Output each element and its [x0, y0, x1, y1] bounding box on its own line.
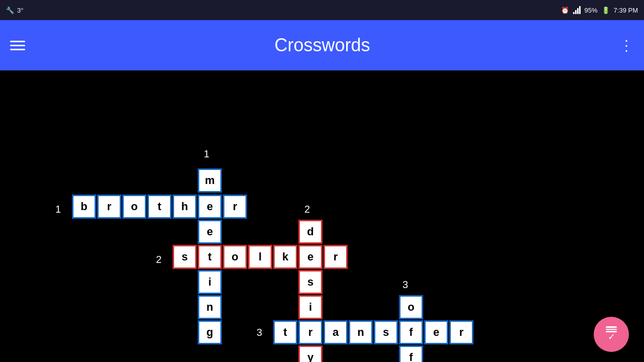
cell-t2[interactable]: t: [198, 245, 222, 269]
clue-number-3-left: 3: [257, 327, 262, 338]
cell-m[interactable]: m: [198, 168, 222, 193]
clue-number-1-top: 1: [204, 148, 209, 160]
status-left: 🔧 3°: [6, 7, 23, 14]
cell-r4[interactable]: r: [298, 320, 323, 344]
wrench-icon: 🔧: [6, 7, 14, 14]
cell-y[interactable]: y: [298, 345, 323, 362]
cell-g[interactable]: g: [198, 320, 222, 344]
app-bar: Crosswords ⋮: [0, 20, 644, 70]
cell-t3[interactable]: t: [273, 320, 297, 344]
cell-f1[interactable]: f: [399, 320, 423, 344]
cell-r5[interactable]: r: [449, 320, 473, 344]
status-bar: 🔧 3° ⏰ 95% 🔋 7:39 PM: [0, 0, 644, 20]
fab-icon: ✓: [606, 326, 617, 342]
clue-number-1-left: 1: [55, 204, 61, 215]
clue-number-2-left: 2: [156, 254, 162, 265]
cell-d[interactable]: d: [298, 220, 323, 244]
cell-n2[interactable]: n: [349, 320, 373, 344]
cell-i2[interactable]: i: [298, 295, 323, 319]
app-title: Crosswords: [274, 35, 370, 56]
signal-bars: [573, 6, 581, 14]
game-area: 1 2 1 2 3 3 4 m b r o t h e r e d s t o …: [0, 70, 644, 362]
cell-r3[interactable]: r: [324, 245, 348, 269]
cell-r2[interactable]: r: [223, 195, 247, 219]
cell-e3[interactable]: e: [298, 245, 323, 269]
cell-e2[interactable]: e: [198, 220, 222, 244]
temperature: 3°: [17, 7, 23, 14]
cell-k[interactable]: k: [273, 245, 297, 269]
hamburger-menu-button[interactable]: [10, 38, 25, 53]
cell-o1[interactable]: o: [122, 195, 146, 219]
cell-s[interactable]: s: [173, 245, 197, 269]
battery-percentage: 95%: [585, 7, 598, 14]
clue-number-2-top: 2: [304, 204, 310, 215]
cell-s3[interactable]: s: [374, 320, 398, 344]
alarm-icon: ⏰: [561, 7, 569, 14]
cell-l[interactable]: l: [248, 245, 272, 269]
cell-a[interactable]: a: [324, 320, 348, 344]
cell-h[interactable]: h: [173, 195, 197, 219]
cell-o2[interactable]: o: [223, 245, 247, 269]
check-answers-fab[interactable]: ✓: [594, 317, 629, 352]
cell-e4[interactable]: e: [424, 320, 448, 344]
status-right: ⏰ 95% 🔋 7:39 PM: [561, 6, 638, 14]
time: 7:39 PM: [614, 7, 638, 14]
cell-f2[interactable]: f: [399, 345, 423, 362]
cell-n[interactable]: n: [198, 295, 222, 319]
cell-i1[interactable]: i: [198, 270, 222, 294]
cell-o3[interactable]: o: [399, 295, 423, 319]
battery-icon: 🔋: [602, 7, 610, 14]
cell-e1[interactable]: e: [198, 195, 222, 219]
cell-s2[interactable]: s: [298, 270, 323, 294]
cell-r1[interactable]: r: [97, 195, 121, 219]
more-options-button[interactable]: ⋮: [619, 37, 634, 54]
cell-t1[interactable]: t: [147, 195, 172, 219]
clue-number-3-right: 3: [403, 279, 408, 291]
cell-b[interactable]: b: [72, 195, 96, 219]
